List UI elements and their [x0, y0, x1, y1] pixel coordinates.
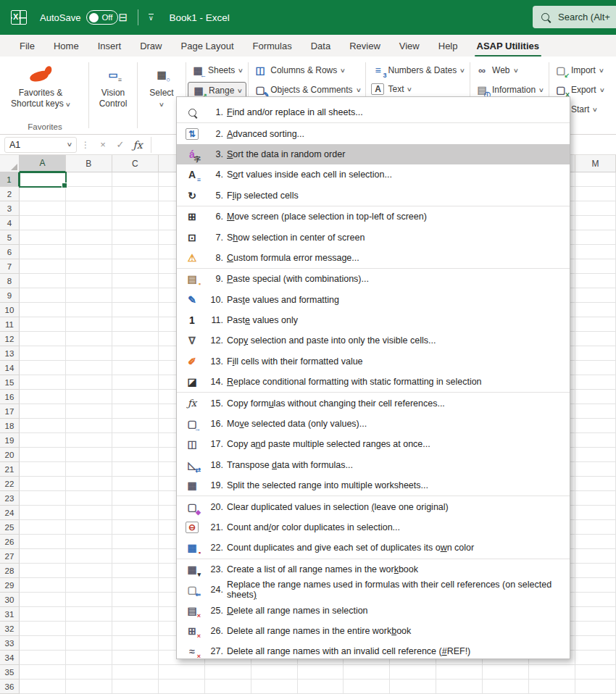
cell-B34[interactable] — [66, 651, 112, 665]
cell-H36[interactable] — [344, 680, 390, 694]
cell-A33[interactable] — [20, 636, 66, 651]
autosave-control[interactable]: AutoSave Off — [40, 10, 118, 25]
objects-comments-button[interactable]: ▢✎Objects & Comments∨ — [250, 82, 364, 98]
cell-B14[interactable] — [66, 361, 112, 375]
cell-A6[interactable] — [20, 245, 66, 259]
row-header-24[interactable]: 24 — [0, 506, 20, 520]
tab-insert[interactable]: Insert — [88, 35, 131, 57]
cell-C1[interactable] — [112, 172, 159, 187]
numbers-dates-button[interactable]: ≡3Numbers & Dates∨ — [367, 62, 468, 78]
cell-M14[interactable] — [575, 361, 616, 375]
insert-function-icon[interactable]: ƒx — [129, 139, 146, 151]
cell-C4[interactable] — [112, 216, 159, 230]
column-header-M[interactable]: M — [575, 155, 616, 172]
cell-C2[interactable] — [112, 187, 159, 201]
cell-C8[interactable] — [112, 274, 159, 288]
cell-C34[interactable] — [112, 651, 159, 665]
text-button[interactable]: AText∨ — [367, 82, 468, 96]
menu-item-3[interactable]: á字3.Sort the data in random order — [177, 144, 570, 164]
cell-A23[interactable] — [20, 491, 66, 506]
cell-C27[interactable] — [112, 549, 159, 564]
row-header-25[interactable]: 25 — [0, 520, 20, 535]
cell-B29[interactable] — [66, 578, 112, 593]
cell-B6[interactable] — [66, 245, 112, 259]
cell-J36[interactable] — [436, 680, 483, 694]
row-header-31[interactable]: 31 — [0, 607, 20, 622]
cell-A11[interactable] — [20, 317, 66, 332]
cell-G35[interactable] — [298, 665, 344, 680]
cell-A8[interactable] — [20, 274, 66, 288]
cell-A16[interactable] — [20, 390, 66, 404]
menu-item-5[interactable]: ↻5.Flip selected cells — [177, 185, 570, 206]
web-button[interactable]: ∞Web∨ — [472, 62, 547, 78]
cell-B15[interactable] — [66, 375, 112, 390]
row-header-21[interactable]: 21 — [0, 462, 20, 477]
cell-M4[interactable] — [575, 216, 616, 230]
cell-C30[interactable] — [112, 593, 159, 607]
autosave-toggle[interactable]: Off — [86, 10, 118, 25]
cell-C24[interactable] — [112, 506, 159, 520]
cell-M24[interactable] — [575, 506, 616, 520]
cell-B17[interactable] — [66, 404, 112, 419]
menu-item-9[interactable]: ▤▪9.Paste special (with combinations)... — [177, 269, 570, 289]
cell-C25[interactable] — [112, 520, 159, 535]
cell-M27[interactable] — [575, 549, 616, 564]
row-header-32[interactable]: 32 — [0, 622, 20, 636]
cell-A34[interactable] — [20, 651, 66, 665]
cell-C5[interactable] — [112, 230, 159, 245]
menu-item-27[interactable]: ≈×27.Delete all range names with an inva… — [177, 641, 570, 661]
row-header-17[interactable]: 17 — [0, 404, 20, 419]
cell-C14[interactable] — [112, 361, 159, 375]
row-header-12[interactable]: 12 — [0, 332, 20, 346]
cell-C12[interactable] — [112, 332, 159, 346]
cell-A3[interactable] — [20, 201, 66, 216]
cell-C32[interactable] — [112, 622, 159, 636]
cell-B20[interactable] — [66, 448, 112, 462]
cell-M3[interactable] — [575, 201, 616, 216]
cell-C19[interactable] — [112, 433, 159, 448]
cell-B32[interactable] — [66, 622, 112, 636]
cell-M33[interactable] — [575, 636, 616, 651]
cell-F36[interactable] — [251, 680, 298, 694]
menu-item-19[interactable]: ▦19.Split the selected range into multip… — [177, 475, 570, 496]
cell-A7[interactable] — [20, 259, 66, 274]
cell-M11[interactable] — [575, 317, 616, 332]
row-header-30[interactable]: 30 — [0, 593, 20, 607]
cell-B21[interactable] — [66, 462, 112, 477]
cell-C7[interactable] — [112, 259, 159, 274]
confirm-icon[interactable]: ✓ — [112, 139, 129, 150]
tab-review[interactable]: Review — [340, 35, 390, 57]
cell-B25[interactable] — [66, 520, 112, 535]
menu-item-12[interactable]: ∇12.Copy selection and paste into only t… — [177, 330, 570, 351]
cell-A10[interactable] — [20, 303, 66, 317]
cell-B27[interactable] — [66, 549, 112, 564]
cell-M20[interactable] — [575, 448, 616, 462]
cell-I35[interactable] — [390, 665, 436, 680]
cell-M12[interactable] — [575, 332, 616, 346]
row-header-26[interactable]: 26 — [0, 535, 20, 549]
cell-B31[interactable] — [66, 607, 112, 622]
cancel-icon[interactable]: × — [94, 139, 112, 150]
cell-A31[interactable] — [20, 607, 66, 622]
cell-M25[interactable] — [575, 520, 616, 535]
cell-B1[interactable] — [66, 172, 112, 187]
row-header-2[interactable]: 2 — [0, 187, 20, 201]
menu-item-1[interactable]: 1.Find and/or replace in all sheets... — [177, 102, 570, 122]
menu-item-14[interactable]: ◪14.Replace conditional formatting with … — [177, 372, 570, 392]
cell-M34[interactable] — [575, 651, 616, 665]
cell-A24[interactable] — [20, 506, 66, 520]
tab-asap-utilities[interactable]: ASAP Utilities — [467, 35, 549, 57]
menu-item-20[interactable]: ▢◆20.Clear duplicated values in selectio… — [177, 496, 570, 517]
cell-M36[interactable] — [575, 680, 616, 694]
row-header-33[interactable]: 33 — [0, 636, 20, 651]
tab-draw[interactable]: Draw — [130, 35, 171, 57]
cell-L35[interactable] — [529, 665, 575, 680]
cell-C26[interactable] — [112, 535, 159, 549]
cell-C23[interactable] — [112, 491, 159, 506]
cell-B22[interactable] — [66, 477, 112, 491]
cell-B11[interactable] — [66, 317, 112, 332]
cell-B33[interactable] — [66, 636, 112, 651]
menu-item-18[interactable]: ◺⇄18.Transpose data with formulas... — [177, 455, 570, 475]
row-header-7[interactable]: 7 — [0, 259, 20, 274]
columns-rows-button[interactable]: ◫Columns & Rows∨ — [250, 62, 364, 78]
